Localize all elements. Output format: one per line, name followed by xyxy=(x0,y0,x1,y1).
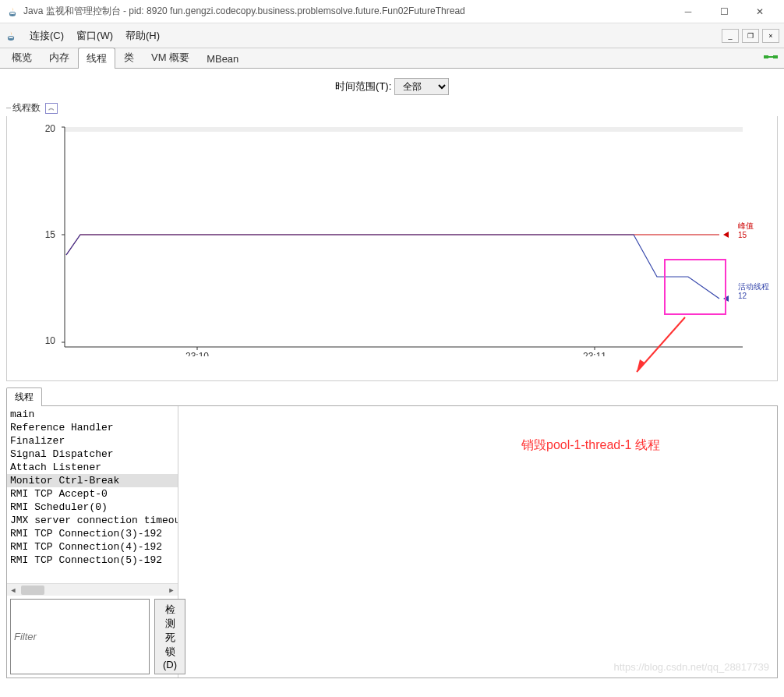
minimize-button[interactable]: ─ xyxy=(670,1,706,23)
tab-vm[interactable]: VM 概要 xyxy=(143,47,198,68)
thread-item[interactable]: Monitor Ctrl-Break xyxy=(7,474,178,487)
scroll-thumb[interactable] xyxy=(21,586,44,595)
svg-point-1 xyxy=(8,36,14,38)
tab-threads[interactable]: 线程 xyxy=(78,48,115,69)
time-range-row: 时间范围(T): 全部 xyxy=(0,69,784,101)
legend-peak-label: 峰值 xyxy=(738,221,754,230)
legend-peak-value: 15 xyxy=(738,231,747,239)
thread-item[interactable]: Finalizer xyxy=(7,434,178,448)
xtick-1: 23:11 xyxy=(583,351,606,356)
annotation-text: 销毁pool-1-thread-1 线程 xyxy=(521,437,660,454)
series-active xyxy=(66,235,719,299)
close-button[interactable]: ✕ xyxy=(742,1,778,23)
window-title: Java 监视和管理控制台 - pid: 8920 fun.gengzi.cod… xyxy=(23,5,670,18)
thread-item[interactable]: RMI TCP Connection(4)-192 xyxy=(7,540,178,554)
thread-item[interactable]: Signal Dispatcher xyxy=(7,448,178,461)
highlight-box xyxy=(665,260,726,314)
svg-rect-5 xyxy=(65,127,743,132)
xtick-0: 23:10 xyxy=(185,351,209,356)
thread-item[interactable]: Reference Handler xyxy=(7,421,178,434)
series-peak xyxy=(66,235,719,255)
thread-item[interactable]: main xyxy=(7,408,178,421)
thread-item[interactable]: RMI TCP Accept-0 xyxy=(7,487,178,501)
thread-item[interactable]: RMI Scheduler(0) xyxy=(7,501,178,514)
thread-filter-input[interactable] xyxy=(10,599,150,674)
menubar: 连接(C) 窗口(W) 帮助(H) _ ❐ × xyxy=(0,23,784,48)
svg-marker-13 xyxy=(723,232,729,238)
ytick-20: 20 xyxy=(45,123,56,134)
scroll-right-icon[interactable]: ► xyxy=(165,584,178,596)
time-range-label: 时间范围(T): xyxy=(335,80,391,92)
tab-overview[interactable]: 概览 xyxy=(3,47,41,68)
mdi-close-button[interactable]: × xyxy=(762,29,779,43)
threads-list-tab[interactable]: 线程 xyxy=(6,387,42,406)
scroll-left-icon[interactable]: ◄ xyxy=(7,584,19,596)
thread-item[interactable]: RMI TCP Connection(3)-192 xyxy=(7,527,178,540)
chart-svg: 20 15 10 23:10 23:11 xyxy=(10,122,774,356)
chart-header: 线程数 ︽ xyxy=(6,101,778,115)
maximize-button[interactable]: ☐ xyxy=(706,1,742,23)
svg-rect-2 xyxy=(764,55,768,58)
mdi-restore-button[interactable]: ❐ xyxy=(742,29,759,43)
chart-title: 线程数 xyxy=(12,101,41,115)
main-tabs: 概览 内存 线程 类 VM 概要 MBean xyxy=(0,48,784,69)
svg-rect-4 xyxy=(768,56,773,58)
menu-window[interactable]: 窗口(W) xyxy=(70,26,119,46)
menu-connect[interactable]: 连接(C) xyxy=(23,26,70,46)
thread-item[interactable]: Attach Listener xyxy=(7,461,178,474)
java-icon xyxy=(5,30,17,42)
tab-classes[interactable]: 类 xyxy=(115,47,143,68)
watermark: https://blog.csdn.net/qq_28817739 xyxy=(614,661,770,673)
svg-marker-16 xyxy=(637,359,645,372)
mdi-minimize-button[interactable]: _ xyxy=(722,29,739,43)
svg-rect-3 xyxy=(773,55,778,58)
thread-chart: 20 15 10 23:10 23:11 xyxy=(6,116,778,381)
thread-list-hscroll[interactable]: ◄ ► xyxy=(7,583,178,596)
window-titlebar: Java 监视和管理控制台 - pid: 8920 fun.gengzi.cod… xyxy=(0,0,784,23)
tab-mbean[interactable]: MBean xyxy=(198,49,247,68)
ytick-10: 10 xyxy=(45,335,56,346)
time-range-select[interactable]: 全部 xyxy=(394,78,449,95)
thread-detail-pane: 销毁pool-1-thread-1 线程 https://blog.csdn.n… xyxy=(178,406,777,678)
svg-point-0 xyxy=(9,12,16,14)
thread-item[interactable]: RMI TCP Connection(5)-192 xyxy=(7,554,178,567)
tab-memory[interactable]: 内存 xyxy=(41,47,78,68)
thread-item[interactable]: JMX server connection timeout xyxy=(7,514,178,527)
connection-status-icon xyxy=(764,51,778,62)
ytick-15: 15 xyxy=(45,229,56,240)
java-icon xyxy=(6,5,19,18)
legend-active-value: 12 xyxy=(738,292,747,300)
legend-active-label: 活动线程 xyxy=(738,282,769,291)
thread-list[interactable]: mainReference HandlerFinalizerSignal Dis… xyxy=(7,406,178,583)
menu-help[interactable]: 帮助(H) xyxy=(119,26,166,46)
chart-collapse-button[interactable]: ︽ xyxy=(45,103,58,114)
